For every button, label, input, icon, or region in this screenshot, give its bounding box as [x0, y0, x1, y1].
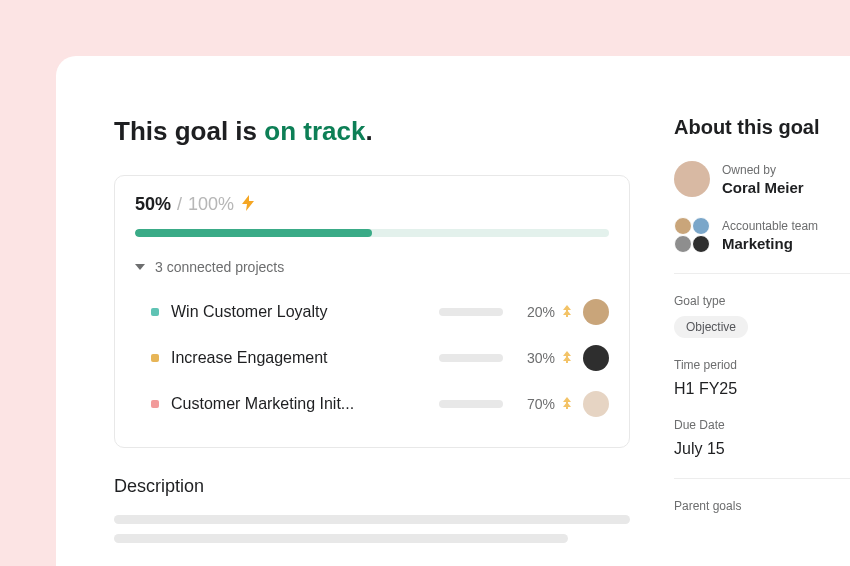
main-column: This goal is on track. 50% / 100% 3 conn… [56, 56, 674, 566]
project-row[interactable]: Customer Marketing Init...70% [151, 381, 609, 427]
goal-title: This goal is on track. [114, 116, 630, 147]
team-name: Marketing [722, 235, 818, 252]
description-heading: Description [114, 476, 630, 497]
owner-name: Coral Meier [722, 179, 804, 196]
due-date-value: July 15 [674, 440, 850, 458]
progress-card: 50% / 100% 3 connected projects Win Cust… [114, 175, 630, 448]
owner-row[interactable]: Owned by Coral Meier [674, 161, 850, 197]
goal-type-pill[interactable]: Objective [674, 316, 748, 338]
due-date-label: Due Date [674, 418, 850, 432]
team-label: Accountable team [722, 219, 818, 233]
accountable-team-row[interactable]: Accountable team Marketing [674, 217, 850, 253]
sidebar-heading: About this goal [674, 116, 850, 139]
project-list: Win Customer Loyalty20%Increase Engageme… [135, 289, 609, 427]
project-percent: 30% [515, 350, 555, 366]
avatar [583, 299, 609, 325]
owner-label: Owned by [722, 163, 804, 177]
project-percent: 20% [515, 304, 555, 320]
project-progress-bar [439, 400, 503, 408]
connected-projects-toggle[interactable]: 3 connected projects [135, 259, 609, 275]
time-period-value: H1 FY25 [674, 380, 850, 398]
goal-status: on track [264, 116, 365, 146]
title-suffix: . [365, 116, 372, 146]
progress-bar-fill [135, 229, 372, 237]
trend-up-icon [561, 397, 573, 412]
project-row[interactable]: Increase Engagement30% [151, 335, 609, 381]
project-name: Customer Marketing Init... [171, 395, 439, 413]
avatar [674, 161, 710, 197]
project-progress-bar [439, 354, 503, 362]
goal-detail-card: This goal is on track. 50% / 100% 3 conn… [56, 56, 850, 566]
project-name: Win Customer Loyalty [171, 303, 439, 321]
progress-bar [135, 229, 609, 237]
progress-percent-row: 50% / 100% [135, 194, 609, 215]
project-color-dot [151, 354, 159, 362]
project-row[interactable]: Win Customer Loyalty20% [151, 289, 609, 335]
description-placeholder-line [114, 515, 630, 524]
time-period-label: Time period [674, 358, 850, 372]
progress-max: 100% [188, 194, 234, 215]
lightning-icon [242, 195, 254, 214]
progress-separator: / [177, 194, 182, 215]
trend-up-icon [561, 305, 573, 320]
project-name: Increase Engagement [171, 349, 439, 367]
description-placeholder-line [114, 534, 568, 543]
title-prefix: This goal is [114, 116, 264, 146]
parent-goals-label: Parent goals [674, 499, 850, 513]
avatar [583, 345, 609, 371]
avatar [583, 391, 609, 417]
divider [674, 478, 850, 479]
connected-projects-label: 3 connected projects [155, 259, 284, 275]
team-avatars [674, 217, 710, 253]
project-color-dot [151, 400, 159, 408]
caret-down-icon [135, 264, 145, 270]
project-percent: 70% [515, 396, 555, 412]
divider [674, 273, 850, 274]
progress-current: 50% [135, 194, 171, 215]
project-color-dot [151, 308, 159, 316]
goal-type-label: Goal type [674, 294, 850, 308]
project-progress-bar [439, 308, 503, 316]
trend-up-icon [561, 351, 573, 366]
sidebar-column: About this goal Owned by Coral Meier Acc… [674, 56, 850, 566]
